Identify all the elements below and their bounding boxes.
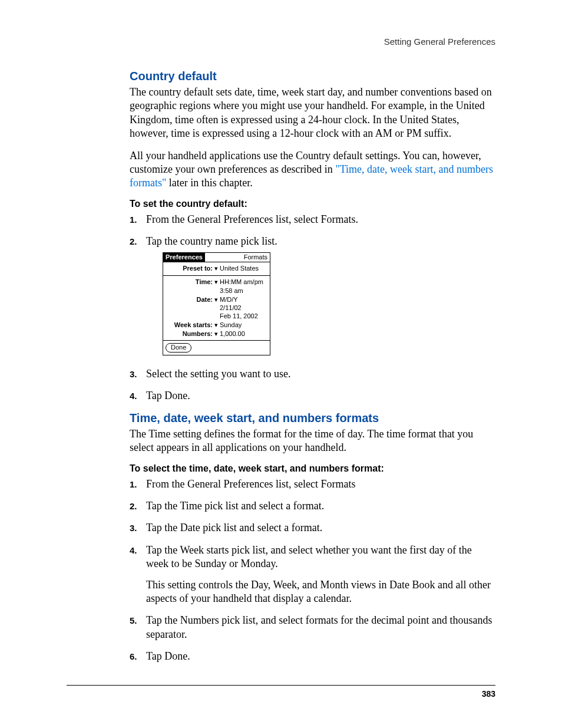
numbers-label: Numbers: <box>166 330 213 338</box>
content: Country default The country default sets… <box>130 70 495 663</box>
step-item: 5. Tap the Numbers pick list, and select… <box>130 614 495 641</box>
palm-screenshot: Preferences Formats Preset to: ▾ United … <box>163 252 270 356</box>
step-item: 6. Tap Done. <box>130 650 495 663</box>
body-text: All your handheld applications use the C… <box>130 149 495 190</box>
body-text: The Time setting defines the format for … <box>130 427 495 455</box>
time-label: Time: <box>166 278 213 286</box>
step-text: Tap the Numbers pick list, and select fo… <box>146 614 492 640</box>
step-text: Tap the Date pick list and select a form… <box>146 522 322 533</box>
palm-title-text: Preferences <box>163 253 205 262</box>
procedure-steps: 1. From the General Preferences list, se… <box>130 477 495 664</box>
time-value: HH:MM am/pm <box>220 278 267 286</box>
step-text: Tap Done. <box>146 650 190 662</box>
heading-formats: Time, date, week start, and numbers form… <box>130 411 495 425</box>
step-text: From the General Preferences list, selec… <box>146 478 355 490</box>
page-number: 383 <box>482 689 495 699</box>
preset-label: Preset to: <box>166 265 213 273</box>
step-item: 2. Tap the Time pick list and select a f… <box>130 499 495 513</box>
step-number: 4. <box>130 545 137 556</box>
footer-rule <box>67 685 495 686</box>
step-text: Select the setting you want to use. <box>146 368 290 380</box>
step-item: 2. Tap the country name pick list. Prefe… <box>130 235 495 355</box>
step-number: 5. <box>130 615 137 627</box>
body-text-fragment: later in this chapter. <box>166 177 252 189</box>
step-item: 1. From the General Preferences list, se… <box>130 213 495 226</box>
dropdown-arrow-icon: ▾ <box>213 321 220 330</box>
step-number: 1. <box>130 479 137 490</box>
weekstarts-label: Week starts: <box>166 321 213 330</box>
running-header: Setting General Preferences <box>384 37 495 47</box>
dropdown-arrow-icon: ▾ <box>213 330 220 338</box>
step-number: 3. <box>130 522 137 534</box>
step-item: 4. Tap the Week starts pick list, and se… <box>130 543 495 606</box>
procedure-steps: 1. From the General Preferences list, se… <box>130 213 495 403</box>
step-number: 3. <box>130 368 137 380</box>
preset-value: United States <box>220 265 267 273</box>
page: Setting General Preferences Country defa… <box>0 0 562 728</box>
body-text: The country default sets date, time, wee… <box>130 85 495 141</box>
step-item: 3. Tap the Date pick list and select a f… <box>130 521 495 535</box>
numbers-value: 1,000.00 <box>220 330 267 338</box>
dropdown-arrow-icon: ▾ <box>213 265 220 273</box>
palm-footer: Done <box>163 341 270 355</box>
procedure-title: To set the country default: <box>130 199 495 209</box>
dropdown-arrow-icon: ▾ <box>213 278 220 286</box>
palm-corner-label: Formats <box>242 253 270 262</box>
step-number: 2. <box>130 500 137 512</box>
palm-body-main: Time: ▾ HH:MM am/pm 3:58 am Date: ▾ M/D/… <box>163 275 270 341</box>
step-number: 4. <box>130 390 137 402</box>
date-label: Date: <box>166 296 213 304</box>
step-subtext: This setting controls the Day, Week, and… <box>146 578 495 606</box>
step-item: 4. Tap Done. <box>130 389 495 403</box>
step-item: 3. Select the setting you want to use. <box>130 367 495 381</box>
step-number: 6. <box>130 651 137 663</box>
step-number: 2. <box>130 236 137 248</box>
step-item: 1. From the General Preferences list, se… <box>130 477 495 491</box>
step-text: From the General Preferences list, selec… <box>146 213 358 225</box>
step-text: Tap the Week starts pick list, and selec… <box>146 544 472 569</box>
step-number: 1. <box>130 214 137 226</box>
time-sample: 3:58 am <box>220 287 267 295</box>
step-text: Tap Done. <box>146 390 190 401</box>
weekstarts-value: Sunday <box>220 321 267 330</box>
palm-titlebar: Preferences Formats <box>163 253 270 262</box>
procedure-title: To select the time, date, week start, an… <box>130 463 495 474</box>
dropdown-arrow-icon: ▾ <box>213 296 220 304</box>
done-button: Done <box>166 343 191 353</box>
date-value: M/D/Y <box>220 296 267 304</box>
date-sample-short: 2/11/02 <box>220 304 267 312</box>
palm-body-top: Preset to: ▾ United States <box>163 262 270 275</box>
step-text: Tap the Time pick list and select a form… <box>146 500 324 512</box>
step-text: Tap the country name pick list. <box>146 235 277 247</box>
date-sample-long: Feb 11, 2002 <box>220 312 267 321</box>
heading-country-default: Country default <box>130 70 495 83</box>
